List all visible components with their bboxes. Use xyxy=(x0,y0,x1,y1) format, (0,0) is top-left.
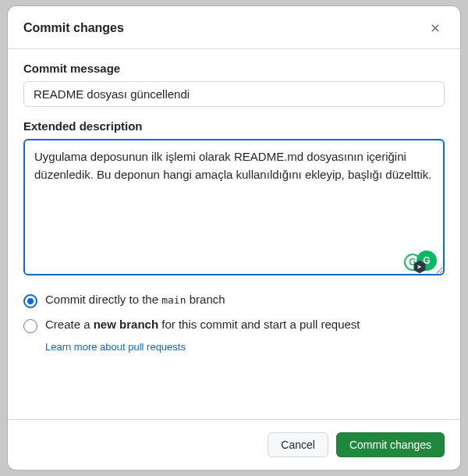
commit-changes-button[interactable]: Commit changes xyxy=(336,432,445,457)
copilot-hex-icon xyxy=(412,259,427,275)
modal-footer: Cancel Commit changes xyxy=(8,419,460,470)
extended-description-group: Extended description Uygulama deposunun … xyxy=(23,119,445,279)
radio-commit-direct[interactable] xyxy=(23,294,37,308)
commit-changes-modal: Commit changes Commit message Extended d… xyxy=(8,6,460,470)
radio-new-branch[interactable] xyxy=(23,319,37,333)
modal-title: Commit changes xyxy=(23,21,124,35)
extended-description-label: Extended description xyxy=(23,119,445,133)
commit-message-label: Commit message xyxy=(23,62,445,75)
branch-radio-group: Commit directly to the main branch Creat… xyxy=(23,293,445,353)
learn-more-link[interactable]: Learn more about pull requests xyxy=(45,341,186,353)
extended-description-textarea[interactable]: Uygulama deposunun ilk işlemi olarak REA… xyxy=(23,139,445,275)
radio-commit-direct-label[interactable]: Commit directly to the main branch xyxy=(45,293,445,306)
commit-message-group: Commit message xyxy=(23,62,445,107)
radio-new-branch-row: Create a new branch for this commit and … xyxy=(23,318,445,333)
modal-body: Commit message Extended description Uygu… xyxy=(8,49,460,419)
cancel-button[interactable]: Cancel xyxy=(268,432,328,457)
learn-more-wrap: Learn more about pull requests xyxy=(45,339,445,353)
radio-commit-direct-row: Commit directly to the main branch xyxy=(23,293,445,308)
commit-message-input[interactable] xyxy=(23,81,445,107)
radio-new-branch-label[interactable]: Create a new branch for this commit and … xyxy=(45,318,445,331)
close-button[interactable] xyxy=(426,19,445,37)
close-icon xyxy=(429,22,441,34)
modal-header: Commit changes xyxy=(8,6,460,49)
